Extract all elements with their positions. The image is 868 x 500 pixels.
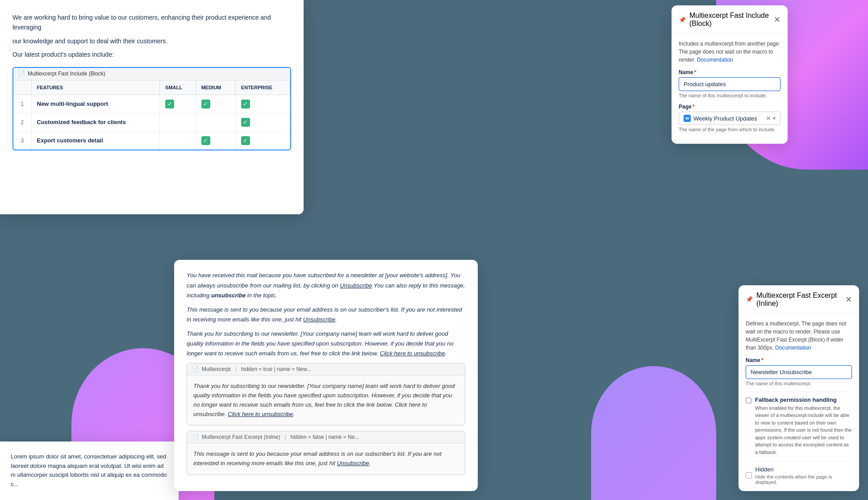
inline-name-input[interactable] — [746, 365, 852, 379]
page-field-hint: The name of the page from which to inclu… — [679, 127, 780, 132]
unsubscribe-link-1[interactable]: Unsubscribe — [340, 282, 372, 289]
multiexcerpt-include-block-panel: 📌 Multiexcerpt Fast Include (Block) ✕ In… — [672, 5, 788, 144]
inline-name-field-hint: The name of this multiexcerpt. — [746, 381, 852, 386]
inline-name-field-label: Name* — [746, 357, 852, 363]
multiexcerpt-block-1: 📄 Multiexcerpt | hidden = true | name = … — [187, 363, 465, 425]
multiexcerpt-block-1-header: 📄 Multiexcerpt | hidden = true | name = … — [187, 363, 465, 375]
page-value: Weekly Product Updates — [693, 115, 757, 122]
unsubscribe-inline-link[interactable]: Unsubscribe — [337, 460, 369, 467]
inline-documentation-link[interactable]: Documentation — [775, 345, 811, 351]
panel-header-left: 📌 Multiexcerpt Fast Include (Block) — [679, 12, 769, 28]
col-header-enterprise: ENTERPRISE — [235, 80, 290, 95]
checkmark-icon: ✓ — [241, 118, 250, 127]
page-icon: W — [684, 115, 691, 122]
row-num: 3 — [13, 131, 31, 150]
col-header-features: FEATURES — [31, 80, 160, 95]
multiexcerpt-block-2-body: This message is sent to you because your… — [187, 443, 465, 475]
row-num: 2 — [13, 113, 31, 131]
panel-body: Includes a multiexcerpt from another pag… — [672, 33, 788, 144]
table-title-text: Multiexcerpt Fast Include (Block) — [28, 71, 105, 77]
checkmark-icon: ✓ — [241, 100, 250, 108]
multiexcerpt-block-2-title: Multiexcerpt Fast Excerpt (Inline) — [202, 434, 280, 440]
lorem-text: Lorem ipsum dolor sit amet, consectetuer… — [11, 452, 168, 489]
fallback-checkbox-row: Fallback permission handling When enable… — [746, 396, 852, 456]
clear-page-icon[interactable]: ✕ — [766, 115, 771, 122]
hidden-checkbox-row: Hidden Hide the contents when the page i… — [746, 466, 852, 485]
features-table: FEATURES SMALL MEDIUM ENTERPRISE 1 New m… — [13, 80, 290, 150]
email-paragraph-3: Thank you for subscribing to our newslet… — [187, 329, 465, 358]
lorem-ipsum-panel: Lorem ipsum dolor sit amet, consectetuer… — [0, 442, 179, 500]
inline-pin-icon: 📌 — [746, 296, 753, 303]
bg-decoration-bottom-right — [591, 366, 716, 500]
intro-sub-text: Our latest product's updates include: — [13, 50, 291, 59]
feature-name: New multi-lingual support — [31, 95, 160, 113]
page-selector[interactable]: W Weekly Product Updates ✕ ▾ — [679, 112, 780, 125]
table-row: 1 New multi-lingual support ✓ ✓ ✓ — [13, 95, 290, 113]
fallback-description: When enabled for this multiexcerpt, the … — [755, 404, 852, 456]
inline-panel-title-line1: Multiexcerpt Fast Excerpt — [756, 292, 837, 300]
table-row: 3 Export customers detail ✓ ✓ — [13, 131, 290, 150]
unsubscribe-link-2[interactable]: Unsubscribe — [303, 316, 335, 323]
name-field-hint: The name of this multiexcerpt to include… — [679, 93, 780, 98]
cell-medium — [196, 113, 235, 131]
inline-panel-description: Defines a multiexcerpt. The page does no… — [746, 320, 852, 352]
inline-panel-header: 📌 Multiexcerpt Fast Excerpt (Inline) ✕ — [739, 285, 859, 313]
page-select-right: ✕ ▾ — [766, 115, 776, 122]
cell-enterprise: ✓ — [235, 95, 290, 113]
panel-title-line1: Multiexcerpt Fast Include — [689, 12, 769, 20]
inline-panel-header-left: 📌 Multiexcerpt Fast Excerpt (Inline) — [746, 292, 837, 308]
fallback-checkbox[interactable] — [746, 397, 751, 404]
feature-name: Export customers detail — [31, 131, 160, 150]
hidden-checkbox[interactable] — [746, 472, 752, 479]
documentation-link[interactable]: Documentation — [697, 57, 733, 63]
pipe-separator: | — [235, 366, 237, 372]
separator-2 — [746, 461, 852, 462]
name-field-label: Name* — [679, 69, 780, 75]
checkmark-icon: ✓ — [165, 100, 174, 108]
pipe-separator-2: | — [284, 434, 286, 440]
multiexcerpt-icon-2: 📄 — [192, 434, 199, 440]
page-field-label: Page* — [679, 104, 780, 110]
email-paragraph-2: This message is sent to you because your… — [187, 305, 465, 325]
inline-panel-title-line2: (Inline) — [756, 300, 837, 308]
inline-panel-close-button[interactable]: ✕ — [845, 296, 852, 304]
email-paragraph-1: You have received this mail because you … — [187, 271, 465, 300]
cell-small: ✓ — [160, 95, 196, 113]
col-header-num — [13, 80, 31, 95]
page-select-left: W Weekly Product Updates — [684, 115, 766, 122]
multiexcerpt-excerpt-inline-panel: 📌 Multiexcerpt Fast Excerpt (Inline) ✕ D… — [739, 285, 859, 492]
table-row: 2 Customized feedback for clients ✓ — [13, 113, 290, 131]
cell-small — [160, 113, 196, 131]
email-content-panel: You have received this mail because you … — [174, 260, 478, 491]
hidden-description: Hide the contents when the page is displ… — [755, 474, 852, 485]
click-unsubscribe-link[interactable]: Click here to unsubscribe — [228, 411, 293, 417]
panel-title-line2: (Block) — [689, 20, 769, 28]
main-content-panel: We are working hard to bring value to ou… — [0, 0, 304, 214]
row-num: 1 — [13, 95, 31, 113]
intro-paragraph-2: our knowledge and support to deal with t… — [13, 36, 291, 46]
multiexcerpt-icon-1: 📄 — [192, 366, 199, 372]
click-here-link[interactable]: Click here to unsubscribe — [380, 350, 445, 357]
multiexcerpt-block-2-header: 📄 Multiexcerpt Fast Excerpt (Inline) | h… — [187, 431, 465, 443]
checkmark-icon: ✓ — [241, 136, 250, 145]
multiexcerpt-block-1-attrs: hidden = true | name = New... — [241, 366, 311, 372]
feature-name: Customized feedback for clients — [31, 113, 160, 131]
checkmark-icon: ✓ — [201, 136, 210, 145]
col-header-medium: MEDIUM — [196, 80, 235, 95]
panel-header: 📌 Multiexcerpt Fast Include (Block) ✕ — [672, 5, 788, 33]
pin-icon: 📌 — [679, 17, 686, 23]
cell-small — [160, 131, 196, 150]
inline-panel-body: Defines a multiexcerpt. The page does no… — [739, 313, 859, 492]
name-input[interactable] — [679, 77, 780, 91]
inline-panel-title: Multiexcerpt Fast Excerpt (Inline) — [756, 292, 837, 308]
multiexcerpt-block-1-body: Thank you for subscribing to our newslet… — [187, 375, 465, 425]
cell-medium: ✓ — [196, 95, 235, 113]
cell-enterprise: ✓ — [235, 113, 290, 131]
separator — [746, 392, 852, 392]
col-header-small: SMALL — [160, 80, 196, 95]
multiexcerpt-block-2: 📄 Multiexcerpt Fast Excerpt (Inline) | h… — [187, 431, 465, 475]
checkmark-icon: ✓ — [201, 100, 210, 108]
hidden-label: Hidden — [755, 466, 852, 473]
cell-medium: ✓ — [196, 131, 235, 150]
panel-close-button[interactable]: ✕ — [774, 16, 780, 24]
